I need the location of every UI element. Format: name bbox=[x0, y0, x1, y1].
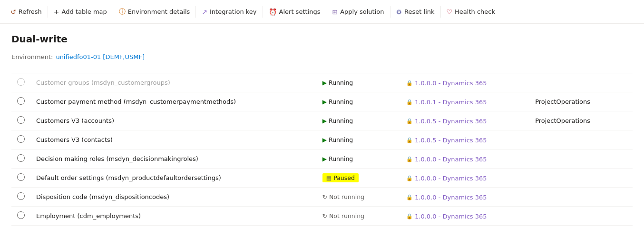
toolbar-btn-alert-settings[interactable]: ⏰Alert settings bbox=[264, 5, 325, 19]
checkbox-cell bbox=[11, 169, 30, 188]
running-icon: ▶ bbox=[322, 80, 327, 86]
row-version[interactable]: 🔒1.0.0.0 - Dynamics 365 bbox=[400, 207, 529, 226]
table-row[interactable]: Default order settings (msdyn_productdef… bbox=[11, 169, 633, 188]
version-link[interactable]: 🔒1.0.0.0 - Dynamics 365 bbox=[406, 175, 487, 182]
row-version[interactable]: 🔒1.0.0.0 - Dynamics 365 bbox=[400, 149, 529, 169]
row-version[interactable]: 🔒1.0.0.0 - Dynamics 365 bbox=[400, 73, 529, 92]
col-name bbox=[30, 65, 317, 73]
status-running: ▶Running bbox=[322, 79, 353, 86]
table-row[interactable]: Employment (cdm_employments)↻Not running… bbox=[11, 207, 633, 226]
version-link[interactable]: 🔒1.0.0.0 - Dynamics 365 bbox=[406, 213, 487, 220]
toolbar-btn-health-check[interactable]: ♡Health check bbox=[442, 5, 500, 19]
row-name: Customers V3 (contacts) bbox=[30, 130, 317, 149]
row-checkbox[interactable] bbox=[17, 211, 25, 219]
toolbar-btn-integration-key[interactable]: ↗Integration key bbox=[197, 5, 261, 19]
status-running: ▶Running bbox=[322, 98, 353, 105]
status-label: Not running bbox=[329, 212, 364, 219]
version-link[interactable]: 🔒1.0.0.0 - Dynamics 365 bbox=[406, 194, 487, 201]
lock-icon: 🔒 bbox=[406, 99, 413, 105]
row-checkbox[interactable] bbox=[17, 135, 25, 143]
table-row[interactable]: Customer groups (msdyn_customergroups)▶R… bbox=[11, 73, 633, 92]
toolbar-divider bbox=[440, 6, 441, 18]
status-label: Running bbox=[329, 79, 353, 86]
row-version[interactable]: 🔒1.0.0.1 - Dynamics 365 bbox=[400, 92, 529, 111]
row-checkbox[interactable] bbox=[17, 192, 25, 200]
row-name: Disposition code (msdyn_dispositioncodes… bbox=[30, 188, 317, 207]
status-label: Running bbox=[329, 136, 353, 143]
lock-icon: 🔒 bbox=[406, 194, 413, 200]
checkbox-cell bbox=[11, 111, 30, 130]
col-solution bbox=[529, 65, 633, 73]
toolbar-divider bbox=[195, 6, 196, 18]
row-status: ▶Running bbox=[317, 111, 400, 130]
version-text: 1.0.0.0 - Dynamics 365 bbox=[415, 194, 487, 201]
paused-icon: ▤ bbox=[326, 175, 332, 181]
table-row[interactable]: Customers V3 (accounts)▶Running🔒1.0.0.5 … bbox=[11, 111, 633, 130]
toolbar-btn-add-table-map[interactable]: +Add table map bbox=[49, 5, 112, 19]
environment-details-label: Environment details bbox=[128, 8, 190, 15]
row-status: ▶Running bbox=[317, 149, 400, 169]
status-not-running: ↻Not running bbox=[322, 212, 364, 219]
running-icon: ▶ bbox=[322, 137, 327, 143]
toolbar-btn-apply-solution[interactable]: ⊞Apply solution bbox=[327, 5, 389, 19]
row-solution bbox=[529, 169, 633, 188]
row-solution: ProjectOperations bbox=[529, 111, 633, 130]
row-checkbox[interactable] bbox=[17, 154, 25, 162]
toolbar-divider bbox=[48, 6, 48, 18]
row-checkbox[interactable] bbox=[17, 116, 25, 124]
env-label-value[interactable]: unifiedfo01-01 [DEMF,USMF] bbox=[56, 53, 145, 60]
version-link[interactable]: 🔒1.0.0.0 - Dynamics 365 bbox=[406, 80, 487, 87]
row-version[interactable]: 🔒1.0.0.5 - Dynamics 365 bbox=[400, 130, 529, 149]
checkbox-cell bbox=[11, 207, 30, 226]
integration-key-label: Integration key bbox=[210, 8, 257, 15]
col-version bbox=[400, 65, 529, 73]
status-label: Running bbox=[329, 117, 353, 124]
col-checkbox bbox=[11, 65, 30, 73]
toolbar-divider bbox=[326, 6, 326, 18]
row-checkbox[interactable] bbox=[17, 97, 25, 105]
row-status: ↻Not running bbox=[317, 188, 400, 207]
status-not-running: ↻Not running bbox=[322, 193, 364, 200]
version-link[interactable]: 🔒1.0.0.5 - Dynamics 365 bbox=[406, 118, 487, 125]
add-table-map-label: Add table map bbox=[62, 8, 107, 15]
row-version[interactable]: 🔒1.0.0.0 - Dynamics 365 bbox=[400, 188, 529, 207]
lock-icon: 🔒 bbox=[406, 175, 413, 181]
toolbar-divider bbox=[263, 6, 263, 18]
row-status: ↻Not running bbox=[317, 207, 400, 226]
row-version[interactable]: 🔒1.0.0.0 - Dynamics 365 bbox=[400, 169, 529, 188]
toolbar-btn-environment-details[interactable]: ⓘEnvironment details bbox=[114, 5, 195, 19]
status-label: Not running bbox=[329, 193, 364, 200]
checkbox-cell bbox=[11, 130, 30, 149]
row-checkbox[interactable] bbox=[17, 78, 25, 86]
version-link[interactable]: 🔒1.0.0.0 - Dynamics 365 bbox=[406, 156, 487, 163]
table-row[interactable]: Decision making roles (msdyn_decisionmak… bbox=[11, 149, 633, 169]
running-icon: ▶ bbox=[322, 99, 327, 105]
health-check-label: Health check bbox=[455, 8, 495, 15]
env-label-row: Environment: unifiedfo01-01 [DEMF,USMF] bbox=[11, 53, 633, 60]
row-solution bbox=[529, 207, 633, 226]
status-running: ▶Running bbox=[322, 155, 353, 162]
row-name: Customer payment method (msdyn_customerp… bbox=[30, 92, 317, 111]
environment-details-icon: ⓘ bbox=[119, 8, 126, 16]
status-label: Running bbox=[329, 98, 353, 105]
reset-link-icon: ⚙ bbox=[396, 8, 402, 16]
row-version[interactable]: 🔒1.0.0.5 - Dynamics 365 bbox=[400, 111, 529, 130]
lock-icon: 🔒 bbox=[406, 118, 413, 124]
alert-settings-label: Alert settings bbox=[279, 8, 321, 15]
table-row[interactable]: Customer payment method (msdyn_customerp… bbox=[11, 92, 633, 111]
env-label-key: Environment: bbox=[11, 53, 53, 60]
row-checkbox[interactable] bbox=[17, 173, 25, 181]
version-link[interactable]: 🔒1.0.0.1 - Dynamics 365 bbox=[406, 99, 487, 106]
toolbar-btn-refresh[interactable]: ↺Refresh bbox=[6, 5, 47, 19]
not-running-icon: ↻ bbox=[322, 194, 327, 200]
toolbar-btn-reset-link[interactable]: ⚙Reset link bbox=[391, 5, 439, 19]
version-link[interactable]: 🔒1.0.0.5 - Dynamics 365 bbox=[406, 137, 487, 144]
version-text: 1.0.0.0 - Dynamics 365 bbox=[415, 213, 487, 220]
dual-write-table: Customer groups (msdyn_customergroups)▶R… bbox=[11, 65, 633, 226]
col-status bbox=[317, 65, 400, 73]
checkbox-cell bbox=[11, 92, 30, 111]
table-row[interactable]: Disposition code (msdyn_dispositioncodes… bbox=[11, 188, 633, 207]
apply-solution-label: Apply solution bbox=[340, 8, 384, 15]
row-solution bbox=[529, 73, 633, 92]
table-row[interactable]: Customers V3 (contacts)▶Running🔒1.0.0.5 … bbox=[11, 130, 633, 149]
